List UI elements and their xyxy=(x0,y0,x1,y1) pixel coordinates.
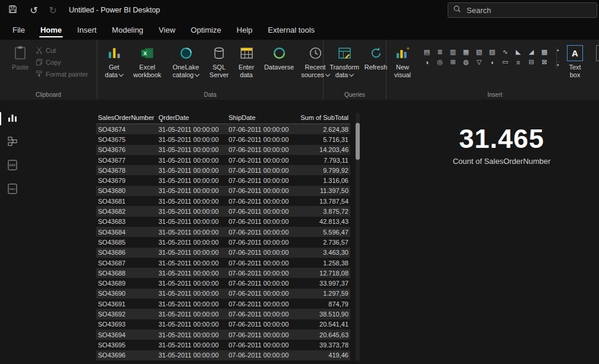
cell-orderdate: 31-05-2011 00:00:00 xyxy=(159,331,229,338)
column-header-orderdate[interactable]: OrderDate xyxy=(159,114,229,121)
cell-salesordernumber: SO43680 xyxy=(96,187,159,194)
refresh-icon xyxy=(369,44,383,62)
excel-workbook-button[interactable]: X Excel workbook xyxy=(129,40,165,79)
table-scrollbar-thumb[interactable] xyxy=(356,123,360,160)
search-input[interactable] xyxy=(465,5,592,15)
map-icon[interactable]: ◍ xyxy=(459,57,473,67)
model-view-icon xyxy=(7,136,18,149)
table-row: SO43690 31-05-2011 00:00:00 07-06-2011 0… xyxy=(96,289,350,299)
line-chart-icon[interactable]: ∿ xyxy=(499,47,512,57)
treemap-icon[interactable]: ⊞ xyxy=(446,57,459,67)
donut-chart-icon[interactable]: ◎ xyxy=(433,57,446,67)
column-header-subtotal[interactable]: Sum of SubTotal xyxy=(299,114,348,121)
sql-server-button[interactable]: SQL Server xyxy=(207,40,232,79)
enter-data-button[interactable]: Enter data xyxy=(235,40,258,79)
transform-data-button[interactable]: Transform data xyxy=(327,40,362,79)
save-button[interactable] xyxy=(6,4,19,17)
table-row: SO43684 31-05-2011 00:00:00 07-06-2011 0… xyxy=(96,227,350,237)
cut-button[interactable]: Cut xyxy=(36,45,88,56)
cell-subtotal: 3.463,30 xyxy=(299,249,348,256)
pie-chart-icon[interactable]: ◑ xyxy=(420,57,433,67)
menu-item-external-tools[interactable]: External tools xyxy=(260,26,322,40)
gauge-icon[interactable]: ◖ xyxy=(486,57,499,67)
tmdl-view-button[interactable]: TMDL xyxy=(0,178,25,202)
cell-shipdate: 07-06-2011 00:00:00 xyxy=(229,136,299,143)
menu-item-label: External tools xyxy=(268,26,315,34)
report-view-button[interactable] xyxy=(0,107,25,131)
onelake-catalog-icon xyxy=(179,44,194,62)
table-row: SO43696 31-05-2011 00:00:00 07-06-2011 0… xyxy=(96,350,350,360)
dataverse-button[interactable]: Dataverse xyxy=(261,40,297,71)
cell-subtotal: 39.373,78 xyxy=(299,341,348,349)
matrix-icon[interactable]: ⊠ xyxy=(538,57,551,67)
menu-item-optimize[interactable]: Optimize xyxy=(183,26,229,40)
cut-icon xyxy=(36,46,43,55)
onelake-catalog-button[interactable]: OneLake catalog xyxy=(169,40,203,79)
format-painter-button[interactable]: Format painter xyxy=(36,68,88,80)
undo-button[interactable]: ↺ xyxy=(27,4,40,17)
table-visual[interactable]: SalesOrderNumber OrderDate ShipDate Sum … xyxy=(96,112,350,360)
get-data-button[interactable]: Get data xyxy=(102,40,126,79)
menu-item-help[interactable]: Help xyxy=(229,26,261,40)
text-box-button[interactable]: A Text box xyxy=(565,40,586,79)
paste-button[interactable]: Paste xyxy=(8,40,32,71)
cell-subtotal: 20.645,63 xyxy=(299,331,348,338)
100-stacked-column-chart-icon[interactable]: ▨ xyxy=(486,47,499,57)
cell-orderdate: 31-05-2011 00:00:00 xyxy=(159,300,229,308)
cell-subtotal: 20.541,41 xyxy=(299,321,348,328)
cell-subtotal: 33.997,37 xyxy=(299,280,348,287)
chevron-down-icon xyxy=(195,72,199,77)
cell-subtotal: 11.397,50 xyxy=(299,187,348,194)
cell-shipdate: 07-06-2011 00:00:00 xyxy=(229,187,299,194)
search-box[interactable] xyxy=(448,2,597,18)
format-painter-icon xyxy=(36,70,43,79)
cell-orderdate: 31-05-2011 00:00:00 xyxy=(159,239,229,246)
model-view-button[interactable] xyxy=(0,131,25,154)
menu-item-file[interactable]: File xyxy=(5,26,33,40)
get-data-icon xyxy=(107,44,122,62)
redo-button[interactable]: ↻ xyxy=(46,4,59,17)
clustered-column-chart-icon[interactable]: ▦ xyxy=(459,47,473,57)
ribbon-chart-icon[interactable]: ▩ xyxy=(538,47,551,57)
undo-icon: ↺ xyxy=(30,5,37,16)
copy-button[interactable]: Copy xyxy=(36,56,88,68)
cell-orderdate: 31-05-2011 00:00:00 xyxy=(159,126,229,133)
menu-item-insert[interactable]: Insert xyxy=(69,26,104,40)
multi-row-card-icon[interactable]: ≡ xyxy=(512,57,525,67)
table-row: SO43685 31-05-2011 00:00:00 07-06-2011 0… xyxy=(96,237,350,247)
funnel-chart-icon[interactable]: ▽ xyxy=(473,57,486,67)
cell-orderdate: 31-05-2011 00:00:00 xyxy=(159,321,229,328)
menu-item-view[interactable]: View xyxy=(151,26,183,40)
stacked-bar-chart-icon[interactable]: ▤ xyxy=(420,47,433,57)
stacked-area-chart-icon[interactable]: ◢ xyxy=(525,47,538,57)
table-row: SO43677 31-05-2011 00:00:00 07-06-2011 0… xyxy=(96,155,350,165)
dataverse-label: Dataverse xyxy=(264,64,294,71)
card-icon[interactable]: ▭ xyxy=(499,57,512,67)
cell-shipdate: 07-06-2011 00:00:00 xyxy=(229,239,299,246)
gallery-scroll-up-icon[interactable]: ▴ xyxy=(557,47,559,53)
table-icon[interactable]: ⊟ xyxy=(525,57,538,67)
recent-sources-icon xyxy=(308,44,323,62)
column-header-salesordernumber[interactable]: SalesOrderNumber xyxy=(96,114,159,121)
stacked-column-chart-icon[interactable]: ▥ xyxy=(446,47,459,57)
column-header-shipdate[interactable]: ShipDate xyxy=(229,114,299,121)
menu-item-home[interactable]: Home xyxy=(33,26,69,40)
new-visual-button[interactable]: + New visual xyxy=(390,40,415,79)
cell-subtotal: 1.316,06 xyxy=(299,177,348,184)
more-visuals-button[interactable]: vi xyxy=(591,40,599,71)
table-row: SO43695 31-05-2011 00:00:00 07-06-2011 0… xyxy=(96,340,350,350)
menu-item-modeling[interactable]: Modeling xyxy=(104,26,151,40)
card-visual[interactable]: 31.465 Count of SalesOrderNumber xyxy=(423,125,580,166)
clustered-bar-chart-icon[interactable]: ≣ xyxy=(433,47,446,57)
cell-salesordernumber: SO43691 xyxy=(96,300,159,308)
cell-subtotal: 2.624,38 xyxy=(299,126,348,133)
cell-salesordernumber: SO43696 xyxy=(96,352,159,359)
dax-query-view-button[interactable]: DAX xyxy=(0,154,25,178)
ribbon-group-insert: + New visual ▤ ≣ ▥ ▦ ▧ ▨ ∿ xyxy=(386,40,599,100)
sql-server-label: SQL Server xyxy=(210,64,229,78)
refresh-button[interactable]: Refresh xyxy=(364,40,388,71)
gallery-scroll-down-icon[interactable]: ▾ xyxy=(557,62,559,68)
refresh-label: Refresh xyxy=(365,64,388,71)
area-chart-icon[interactable]: ◣ xyxy=(512,47,525,57)
100-stacked-bar-chart-icon[interactable]: ▧ xyxy=(473,47,486,57)
